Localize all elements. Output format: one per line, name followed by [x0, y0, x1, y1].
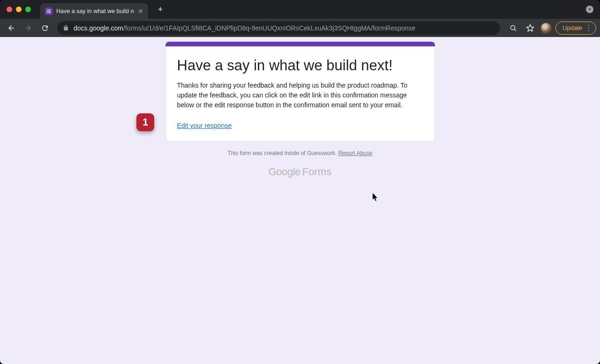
url-host: docs.google.com — [74, 24, 123, 32]
tab-close-icon[interactable]: ✕ — [138, 8, 143, 15]
report-abuse-link[interactable]: Report Abuse — [338, 150, 373, 156]
svg-rect-0 — [47, 9, 48, 10]
form-accent-bar — [165, 42, 435, 46]
svg-point-6 — [510, 25, 515, 30]
forms-favicon-icon — [45, 7, 52, 15]
browser-tab[interactable]: Have a say in what we build ne ✕ — [40, 3, 148, 19]
profile-avatar[interactable] — [540, 22, 552, 34]
menu-dots-icon: ⋮ — [585, 24, 592, 32]
window-controls — [7, 7, 31, 12]
confirmation-card: Have a say in what we build next! Thanks… — [165, 46, 435, 141]
back-button[interactable] — [4, 21, 19, 36]
window-minimize-button[interactable] — [16, 7, 22, 12]
svg-rect-3 — [48, 11, 51, 12]
svg-rect-2 — [47, 11, 48, 12]
url-path: /forms/u/1/d/e/1FAIpQLSfi8CA_iDNPfipD8q-… — [123, 24, 415, 32]
new-tab-button[interactable]: + — [155, 4, 166, 15]
form-footer-note: This form was created inside of Guesswor… — [165, 150, 435, 156]
annotation-marker-1: 1 — [136, 113, 154, 131]
update-label: Update — [562, 24, 582, 31]
svg-rect-5 — [48, 12, 51, 13]
toolbar-right: Update ⋮ — [507, 22, 596, 35]
mouse-cursor-icon — [373, 193, 378, 201]
browser-window: Have a say in what we build ne ✕ + docs.… — [0, 0, 600, 364]
address-bar[interactable]: docs.google.com/forms/u/1/d/e/1FAIpQLSfi… — [57, 21, 500, 35]
toolbar: docs.google.com/forms/u/1/d/e/1FAIpQLSfi… — [0, 19, 600, 37]
tabs-dropdown-icon[interactable] — [586, 6, 593, 13]
svg-rect-1 — [48, 9, 51, 10]
edit-response-link[interactable]: Edit your response — [177, 122, 232, 129]
google-forms-brand[interactable]: GoogleForms — [165, 166, 435, 178]
window-zoom-button[interactable] — [25, 7, 31, 12]
svg-line-7 — [514, 29, 516, 31]
confirmation-message: Thanks for sharing your feedback and hel… — [177, 81, 423, 110]
reload-button[interactable] — [38, 21, 52, 36]
url-text: docs.google.com/forms/u/1/d/e/1FAIpQLSfi… — [74, 24, 495, 32]
tab-title: Have a say in what we build ne — [56, 8, 134, 15]
footer-note-text: This form was created inside of Guesswor… — [228, 150, 338, 156]
brand-google: Google — [269, 166, 300, 178]
zoom-icon[interactable] — [507, 22, 520, 35]
form-title: Have a say in what we build next! — [177, 57, 423, 74]
titlebar-right — [586, 6, 593, 13]
lock-icon — [63, 25, 69, 31]
page-viewport: Have a say in what we build next! Thanks… — [0, 37, 600, 364]
forward-button[interactable] — [21, 21, 36, 36]
svg-rect-4 — [47, 12, 48, 13]
brand-forms: Forms — [302, 166, 331, 178]
window-close-button[interactable] — [7, 7, 12, 12]
titlebar: Have a say in what we build ne ✕ + — [0, 0, 600, 19]
update-button[interactable]: Update ⋮ — [555, 22, 596, 35]
bookmark-star-icon[interactable] — [524, 22, 537, 35]
form-container: Have a say in what we build next! Thanks… — [165, 42, 435, 178]
